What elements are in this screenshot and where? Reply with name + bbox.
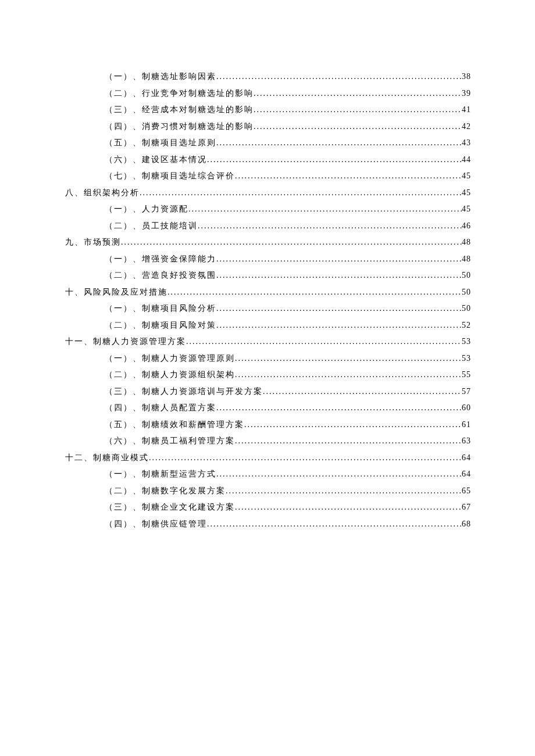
toc-entry: （一）、人力资源配45	[65, 201, 471, 218]
toc-entry: （四）、制糖人员配置方案60	[65, 400, 471, 417]
toc-leader-dots	[216, 466, 462, 483]
toc-entry: （一）、制糖项目风险分析50	[65, 300, 471, 317]
toc-entry: （二）、员工技能培训46	[65, 218, 471, 235]
toc-entry-title: （二）、制糖人力资源组织架构	[105, 367, 235, 384]
toc-entry: （三）、制糖人力资源培训与开发方案57	[65, 384, 471, 400]
toc-entry-page: 41	[462, 102, 471, 119]
toc-entry-title: （四）、制糖人员配置方案	[105, 400, 216, 417]
toc-entry-page: 55	[462, 367, 471, 384]
toc-entry-page: 57	[462, 384, 471, 400]
toc-leader-dots	[244, 417, 462, 433]
toc-entry-page: 53	[462, 350, 471, 367]
toc-entry-page: 53	[462, 334, 471, 350]
toc-entry-page: 46	[462, 218, 471, 235]
toc-leader-dots	[188, 201, 462, 218]
toc-entry-page: 48	[462, 234, 471, 251]
toc-entry-page: 68	[462, 516, 471, 533]
toc-entry-page: 48	[462, 251, 471, 268]
toc-entry: （七）、制糖项目选址综合评价45	[65, 168, 471, 185]
toc-entry-title: （五）、制糖绩效和薪酬管理方案	[105, 417, 244, 433]
toc-entry: （五）、制糖绩效和薪酬管理方案61	[65, 417, 471, 433]
toc-entry: （四）、制糖供应链管理68	[65, 516, 471, 533]
toc-entry-title: （一）、制糖人力资源管理原则	[105, 350, 235, 367]
toc-entry-page: 45	[462, 168, 471, 185]
toc-entry-page: 61	[462, 417, 471, 433]
toc-leader-dots	[207, 516, 462, 533]
toc-entry-title: （六）、制糖员工福利管理方案	[105, 433, 235, 450]
toc-entry-title: （三）、制糖人力资源培训与开发方案	[105, 384, 263, 400]
toc-leader-dots	[149, 450, 462, 467]
toc-entry-title: （一）、制糖新型运营方式	[105, 466, 216, 483]
toc-entry-title: （五）、制糖项目选址原则	[105, 135, 216, 152]
toc-entry-page: 64	[462, 450, 471, 467]
toc-entry-page: 50	[462, 267, 471, 284]
toc-entry: （一）、制糖人力资源管理原则53	[65, 350, 471, 367]
toc-list: （一）、制糖选址影响因素38（二）、行业竞争对制糖选址的影响39（三）、经营成本…	[65, 69, 471, 532]
toc-entry-title: 八、组织架构分析	[65, 185, 140, 202]
toc-entry-title: （三）、制糖企业文化建设方案	[105, 499, 235, 516]
toc-entry-title: （一）、增强资金保障能力	[105, 251, 216, 268]
toc-leader-dots	[186, 334, 462, 350]
toc-entry-title: （二）、制糖数字化发展方案	[105, 483, 226, 500]
toc-entry-title: （四）、制糖供应链管理	[105, 516, 207, 533]
toc-entry: （二）、制糖人力资源组织架构55	[65, 367, 471, 384]
toc-leader-dots	[235, 367, 462, 384]
toc-entry-page: 50	[462, 300, 471, 317]
toc-entry: （三）、经营成本对制糖选址的影响41	[65, 102, 471, 119]
toc-entry-page: 45	[462, 201, 471, 218]
toc-leader-dots	[216, 135, 462, 152]
toc-entry: （六）、制糖员工福利管理方案63	[65, 433, 471, 450]
toc-leader-dots	[216, 300, 462, 317]
toc-entry-title: 十二、制糖商业模式	[65, 450, 149, 467]
toc-entry: （一）、制糖新型运营方式64	[65, 466, 471, 483]
toc-entry-page: 64	[462, 466, 471, 483]
toc-entry-page: 45	[462, 185, 471, 202]
toc-entry-title: （一）、制糖项目风险分析	[105, 300, 216, 317]
toc-entry-title: （二）、员工技能培训	[105, 218, 198, 235]
toc-entry-title: （二）、行业竞争对制糖选址的影响	[105, 85, 254, 102]
toc-entry-page: 60	[462, 400, 471, 417]
toc-page: （一）、制糖选址影响因素38（二）、行业竞争对制糖选址的影响39（三）、经营成本…	[0, 0, 535, 532]
toc-entry-page: 39	[462, 85, 471, 102]
toc-leader-dots	[207, 152, 462, 169]
toc-entry-page: 43	[462, 135, 471, 152]
toc-entry-title: （二）、营造良好投资氛围	[105, 267, 216, 284]
toc-leader-dots	[254, 119, 462, 135]
toc-entry: 十、风险风险及应对措施50	[65, 284, 471, 301]
toc-entry: （一）、制糖选址影响因素38	[65, 69, 471, 85]
toc-leader-dots	[167, 284, 462, 301]
toc-entry-title: （六）、建设区基本情况	[105, 152, 207, 169]
toc-entry-page: 44	[462, 152, 471, 169]
toc-leader-dots	[235, 433, 462, 450]
toc-leader-dots	[235, 168, 462, 185]
toc-entry: 十二、制糖商业模式64	[65, 450, 471, 467]
toc-leader-dots	[216, 317, 462, 334]
toc-entry-page: 67	[462, 499, 471, 516]
toc-entry-title: （三）、经营成本对制糖选址的影响	[105, 102, 254, 119]
toc-leader-dots	[198, 218, 462, 235]
toc-entry: 九、市场预测48	[65, 234, 471, 251]
toc-entry: （四）、消费习惯对制糖选址的影响42	[65, 119, 471, 135]
toc-leader-dots	[121, 234, 462, 251]
toc-leader-dots	[254, 102, 462, 119]
toc-entry-title: （二）、制糖项目风险对策	[105, 317, 216, 334]
toc-leader-dots	[216, 251, 462, 268]
toc-entry: （三）、制糖企业文化建设方案67	[65, 499, 471, 516]
toc-entry-page: 50	[462, 284, 471, 301]
toc-leader-dots	[263, 384, 462, 400]
toc-entry: （六）、建设区基本情况44	[65, 152, 471, 169]
toc-entry-page: 42	[462, 119, 471, 135]
toc-entry-title: （四）、消费习惯对制糖选址的影响	[105, 119, 254, 135]
toc-entry: （五）、制糖项目选址原则43	[65, 135, 471, 152]
toc-leader-dots	[235, 499, 462, 516]
toc-entry-page: 52	[462, 317, 471, 334]
toc-entry-title: （七）、制糖项目选址综合评价	[105, 168, 235, 185]
toc-entry-title: 十、风险风险及应对措施	[65, 284, 167, 301]
toc-leader-dots	[226, 483, 462, 500]
toc-entry: （二）、营造良好投资氛围50	[65, 267, 471, 284]
toc-leader-dots	[254, 85, 462, 102]
toc-entry: （二）、制糖项目风险对策52	[65, 317, 471, 334]
toc-entry-page: 65	[462, 483, 471, 500]
toc-entry: 八、组织架构分析45	[65, 185, 471, 202]
toc-leader-dots	[216, 267, 462, 284]
